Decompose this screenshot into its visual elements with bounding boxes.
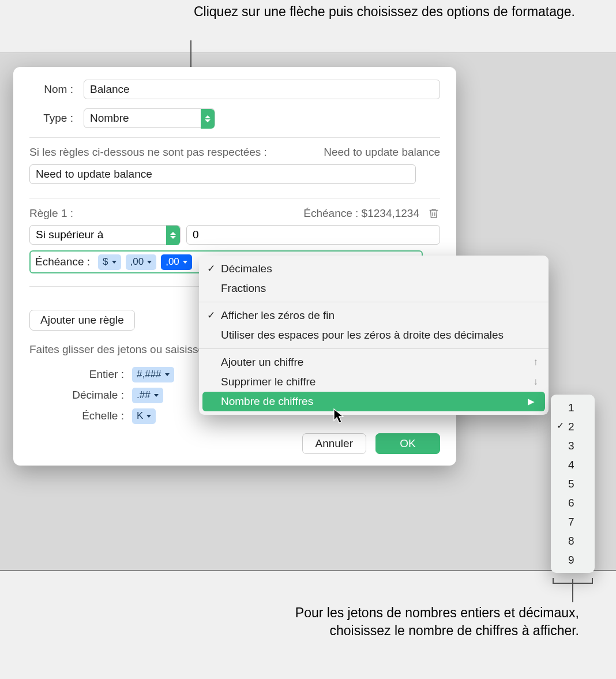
menu-separator — [199, 302, 549, 302]
menu-separator — [199, 348, 549, 349]
condition-value: Si supérieur à — [36, 228, 103, 241]
menu-item-nombre-chiffres[interactable]: Nombre de chiffres ▶ — [202, 392, 545, 411]
chevron-right-icon: ▶ — [528, 396, 535, 407]
menu-item-espaces-zeros[interactable]: Utiliser des espaces pour les zéros à dr… — [199, 325, 549, 345]
digit-option-3[interactable]: 3 — [551, 436, 595, 455]
callout-bottom: Pour les jetons de nombres entiers et dé… — [268, 604, 579, 640]
digit-option-9[interactable]: 9 — [551, 550, 595, 569]
name-input[interactable] — [84, 80, 440, 99]
integer-token[interactable]: #,### — [132, 367, 174, 382]
check-icon: ✓ — [557, 420, 564, 431]
callout-leader-bottom — [572, 579, 573, 602]
token-options-menu: ✓ Décimales Fractions ✓ Afficher les zér… — [199, 256, 549, 415]
digit-option-6[interactable]: 6 — [551, 493, 595, 512]
default-text-input[interactable] — [29, 164, 416, 184]
entier-label: Entier : — [29, 368, 124, 381]
type-select-value: Nombre — [90, 112, 129, 125]
decimale-label: Décimale : — [29, 389, 124, 402]
type-select[interactable]: Nombre — [84, 108, 215, 128]
decimal-palette-token[interactable]: .## — [132, 388, 163, 403]
stepper-icon — [201, 109, 215, 129]
check-icon: ✓ — [207, 262, 215, 275]
digit-option-2[interactable]: ✓2 — [551, 417, 595, 436]
check-icon: ✓ — [207, 309, 215, 321]
condition-number-input[interactable] — [186, 225, 440, 245]
stepper-icon — [166, 226, 180, 245]
decimal-token-selected[interactable]: ,00 — [161, 254, 192, 270]
menu-item-fractions[interactable]: Fractions — [199, 279, 549, 298]
up-arrow-icon: ↑ — [534, 357, 539, 368]
ok-button[interactable]: OK — [375, 433, 440, 454]
rules-preview: Need to update balance — [324, 146, 440, 159]
name-label: Nom : — [29, 83, 73, 96]
rules-note: Si les règles ci-dessous ne sont pas res… — [29, 146, 324, 159]
currency-token[interactable]: $ — [98, 254, 121, 270]
cancel-button[interactable]: Annuler — [302, 433, 367, 454]
menu-item-decimales[interactable]: ✓ Décimales — [199, 259, 549, 279]
separator — [29, 198, 440, 198]
callout-top: Cliquez sur une flèche puis choisissez d… — [194, 3, 575, 21]
menu-item-ajouter-chiffre[interactable]: Ajouter un chiffre ↑ — [199, 352, 549, 372]
digit-option-4[interactable]: 4 — [551, 455, 595, 474]
scale-token[interactable]: K — [132, 408, 156, 424]
condition-select[interactable]: Si supérieur à — [29, 225, 181, 245]
digit-option-8[interactable]: 8 — [551, 531, 595, 550]
rule-1-preview: Échéance : $1234,1234 — [303, 207, 419, 220]
menu-item-supprimer-chiffre[interactable]: Supprimer le chiffre ↓ — [199, 372, 549, 392]
type-label: Type : — [29, 112, 73, 125]
format-bar-label: Échéance : — [35, 256, 90, 268]
echelle-label: Échelle : — [29, 410, 124, 422]
menu-item-zeros-fin[interactable]: ✓ Afficher les zéros de fin — [199, 306, 549, 325]
add-rule-button[interactable]: Ajouter une règle — [29, 310, 135, 331]
digit-option-7[interactable]: 7 — [551, 512, 595, 531]
trash-icon[interactable] — [427, 207, 440, 220]
separator — [29, 137, 440, 138]
digit-option-5[interactable]: 5 — [551, 474, 595, 493]
digit-option-1[interactable]: 1 — [551, 398, 595, 417]
digits-submenu: 1✓23456789 — [551, 395, 595, 573]
rule-1-label: Règle 1 : — [29, 207, 73, 220]
cursor-icon — [333, 408, 346, 425]
decimal-token[interactable]: ,00 — [126, 254, 157, 270]
down-arrow-icon: ↓ — [534, 376, 539, 388]
